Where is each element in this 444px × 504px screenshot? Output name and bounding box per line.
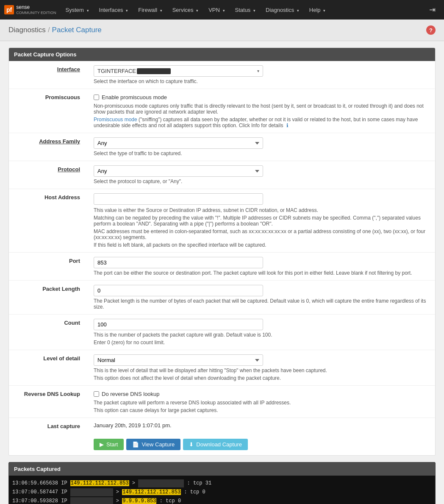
promiscuous-row: Promiscuous Enable promiscuous mode Non-… [9,89,435,133]
promiscuous-checkbox-row: Enable promiscuous mode [94,94,430,100]
host-address-label: Host Address [9,189,85,253]
host-address-input[interactable] [94,193,263,205]
level-of-detail-select[interactable]: Normal Medium High Full [94,354,263,366]
chevron-down-icon: ▾ [223,8,225,13]
packets-panel-heading: Packets Captured [9,462,435,476]
chevron-down-icon: ▾ [87,8,89,13]
packet-line-2: 13:07:00.587447 IP > 149.112.112.112.853… [12,488,432,497]
breadcrumb-left: Diagnostics / Packet Capture [8,26,102,34]
promiscuous-help1: Non-promiscuous mode captures only traff… [94,103,430,115]
nav-link-help[interactable]: Help ▾ [304,1,330,19]
count-row: Count This is the number of packets the … [9,315,435,350]
main-content: Packet Capture Options Interface TGINTER… [0,41,444,504]
panel-heading: Packet Capture Options [9,48,435,61]
navbar: pf sense COMMUNITY EDITION System ▾ Inte… [0,0,444,19]
chevron-down-icon: ▾ [160,8,162,13]
reverse-dns-checkbox[interactable] [94,391,99,397]
logo-text: sense COMMUNITY EDITION [16,4,56,15]
chevron-down-icon: ▾ [126,8,128,13]
port-row: Port The port can be either the source o… [9,253,435,281]
packet-line-1: 13:06:59.665638 IP 149.112.112.112.853 >… [12,479,432,488]
packet-length-field: The Packet length is the number of bytes… [85,281,435,315]
address-family-row: Address Family Any IPv4 IPv6 Select the … [9,133,435,161]
play-icon: ▶ [100,441,104,448]
reverse-dns-checkbox-row: Do reverse DNS lookup [94,391,430,397]
level-of-detail-label: Level of detail [9,350,85,386]
address-family-select[interactable]: Any IPv4 IPv6 [94,137,263,149]
packets-content[interactable]: 13:06:59.665638 IP 149.112.112.112.853 >… [9,476,435,504]
level-of-detail-row: Level of detail Normal Medium High Full … [9,350,435,386]
interface-select[interactable]: TGINTERFACE ▾ [94,65,263,77]
packet-line-3: 13:07:00.593828 IP > 9.9.9.9.853 : tcp 0 [12,497,432,504]
last-capture-value: January 20th, 2019 1:07:01 pm. [94,422,172,429]
nav-item-system[interactable]: System ▾ [61,1,94,19]
nav-link-firewall[interactable]: Firewall ▾ [133,1,167,19]
breadcrumb-current: Packet Capture [52,26,102,34]
packet-time-1: 13:06:59.665638 IP [12,480,70,486]
chevron-down-icon: ▾ [297,8,299,13]
count-help1: This is the number of packets the packet… [94,332,430,338]
promiscuous-label: Promiscuous [9,89,85,133]
reverse-dns-row: Reverse DNS Lookup Do reverse DNS lookup… [9,386,435,418]
chevron-down-icon: ▾ [253,8,255,13]
ip-src-2-redacted [70,488,113,496]
interface-label: Interface [9,61,85,89]
nav-link-status[interactable]: Status ▾ [230,1,261,19]
promiscuous-help2: Promiscuous mode ("sniffing") captures a… [94,117,430,128]
view-capture-button[interactable]: 📄 View Capture [126,439,180,450]
level-of-detail-help2: This option does not affect the level of… [94,375,430,381]
nav-item-firewall[interactable]: Firewall ▾ [133,1,167,19]
reverse-dns-help2: This option can cause delays for large p… [94,407,430,413]
interface-row: Interface TGINTERFACE ▾ Select the inter… [9,61,435,89]
count-field: This is the number of packets the packet… [85,315,435,350]
promiscuous-checkbox[interactable] [94,95,99,100]
packet-length-row: Packet Length The Packet length is the n… [9,281,435,315]
nav-link-system[interactable]: System ▾ [61,1,94,19]
info-icon[interactable]: ℹ [286,123,289,128]
promiscuous-mode-link[interactable]: Promiscuous mode [94,117,137,123]
pfsense-logo: pf sense COMMUNITY EDITION [4,4,56,15]
host-address-help3: MAC addresses must be entered in colon-s… [94,228,430,240]
nav-item-vpn[interactable]: VPN ▾ [203,1,230,19]
brand: pf sense COMMUNITY EDITION [4,4,56,15]
packet-length-label: Packet Length [9,281,85,315]
reverse-dns-help1: The packet capture will perform a revers… [94,400,430,406]
help-button[interactable]: ? [426,25,436,35]
protocol-label: Protocol [9,161,85,189]
nav-link-services[interactable]: Services ▾ [167,1,203,19]
ip-dst-3: 9.9.9.9.853 [122,498,156,504]
nav-item-status[interactable]: Status ▾ [230,1,261,19]
port-help: The port can be either the source or des… [94,270,430,276]
navbar-right-icon[interactable]: ⇥ [425,5,440,14]
port-input[interactable] [94,257,263,268]
packet-length-input[interactable] [94,285,263,296]
count-input[interactable] [94,319,263,330]
nav-item-diagnostics[interactable]: Diagnostics ▾ [261,1,304,19]
nav-link-diagnostics[interactable]: Diagnostics ▾ [261,1,304,19]
nav-item-services[interactable]: Services ▾ [167,1,203,19]
packet-capture-options-panel: Packet Capture Options Interface TGINTER… [8,47,436,456]
download-capture-button[interactable]: ⬇ Download Capture [183,439,248,450]
action-buttons: ▶ Start 📄 View Capture ⬇ Download Captur… [9,434,435,455]
start-button[interactable]: ▶ Start [94,439,124,450]
nav-link-interfaces[interactable]: Interfaces ▾ [94,1,133,19]
file-icon: 📄 [132,441,139,448]
address-family-field: Any IPv4 IPv6 Select the type of traffic… [85,133,435,161]
host-address-help2: Matching can be negated by preceding the… [94,215,430,227]
ip-src-1: 149.112.112.112.853 [70,480,129,486]
nav-item-help[interactable]: Help ▾ [304,1,330,19]
protocol-field: Any TCP UDP ICMP Select the protocol to … [85,161,435,189]
breadcrumb-separator: / [48,26,50,34]
promiscuous-field: Enable promiscuous mode Non-promiscuous … [85,89,435,133]
packet-time-3: 13:07:00.593828 IP [12,498,70,504]
nav-item-interfaces[interactable]: Interfaces ▾ [94,1,133,19]
host-address-row: Host Address This value is either the So… [9,189,435,253]
host-address-help4: If this field is left blank, all packets… [94,242,430,248]
breadcrumb: Diagnostics / Packet Capture ? [0,19,444,41]
level-of-detail-help1: This is the level of detail that will be… [94,368,430,373]
port-field: The port can be either the source or des… [85,253,435,281]
count-label: Count [9,315,85,350]
nav-link-vpn[interactable]: VPN ▾ [203,1,230,19]
protocol-select[interactable]: Any TCP UDP ICMP [94,165,263,177]
interface-field: TGINTERFACE ▾ Select the interface on wh… [85,61,435,89]
